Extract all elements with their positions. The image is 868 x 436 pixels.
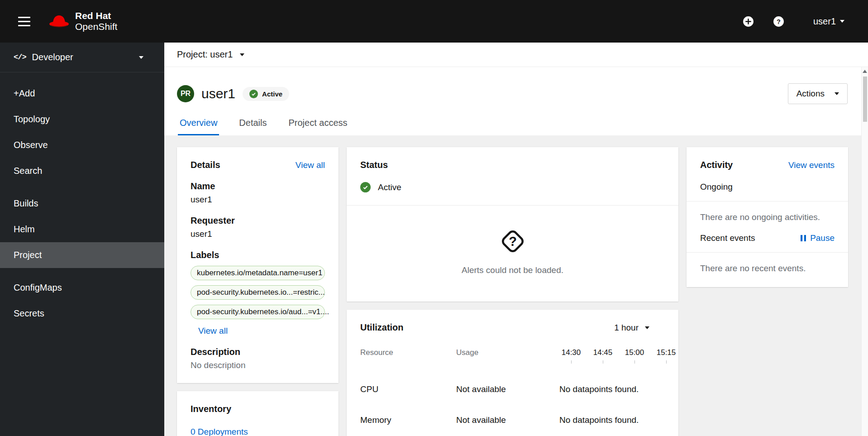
pause-button[interactable]: Pause	[800, 233, 835, 243]
plus-circle-icon	[743, 16, 754, 27]
actions-dropdown[interactable]: Actions	[788, 83, 848, 104]
layout: </> Developer +Add Topology Observe Sear…	[0, 43, 868, 436]
label-chip[interactable]: kubernetes.io/metadata.name=user1	[191, 266, 325, 280]
inventory-card: Inventory 0 Deployments	[177, 391, 339, 436]
overview-content: Details View all Name user1 Requester us…	[164, 135, 861, 436]
details-card-title: Details	[191, 160, 220, 170]
help-button[interactable]: ?	[773, 16, 784, 27]
user-menu-label: user1	[813, 16, 836, 27]
check-circle-icon	[360, 182, 371, 192]
utilization-row-cpu: CPU Not available No datapoints found.	[360, 384, 665, 394]
recent-events-label: Recent events	[700, 233, 755, 243]
sidebar: </> Developer +Add Topology Observe Sear…	[0, 43, 164, 436]
ongoing-section-label: Ongoing	[687, 170, 848, 192]
status-badge: Active	[243, 87, 289, 101]
resource-column-header: Resource	[360, 348, 456, 357]
status-badge-label: Active	[262, 90, 282, 98]
column-right: Activity View events Ongoing There are n…	[687, 147, 848, 295]
project-bar: Project: user1	[164, 43, 868, 67]
question-circle-icon: ?	[773, 16, 784, 27]
labels-view-all-link[interactable]: View all	[198, 326, 228, 336]
redhat-logo-icon	[48, 14, 70, 29]
status-card-title: Status	[360, 160, 665, 170]
activity-card: Activity View events Ongoing There are n…	[687, 147, 848, 287]
main: Project: user1 PR user1 Active Action	[164, 43, 868, 436]
brand-line1: Red Hat	[75, 10, 117, 21]
tab-bar: Overview Details Project access	[164, 104, 861, 135]
alerts-empty-state: ? Alerts could not be loaded.	[347, 206, 678, 302]
page-title: user1	[201, 86, 235, 101]
column-left: Details View all Name user1 Requester us…	[177, 147, 339, 436]
tab-overview[interactable]: Overview	[178, 118, 219, 135]
resource-name: CPU	[360, 384, 456, 394]
name-label: Name	[191, 181, 325, 192]
resource-datapoints: No datapoints found.	[541, 384, 665, 394]
duration-dropdown[interactable]: 1 hour	[614, 323, 649, 333]
actions-dropdown-label: Actions	[796, 89, 825, 99]
scrollbar[interactable]	[861, 67, 868, 436]
svg-text:?: ?	[777, 18, 781, 25]
details-view-all-link[interactable]: View all	[296, 160, 325, 170]
sidebar-item-add[interactable]: +Add	[0, 81, 164, 106]
resource-usage: Not available	[456, 384, 541, 394]
page-scroll-area: PR user1 Active Actions Overview	[164, 67, 868, 436]
utilization-row-memory: Memory Not available No datapoints found…	[360, 415, 665, 425]
label-chips: kubernetes.io/metadata.name=user1 pod-se…	[191, 266, 325, 319]
name-value: user1	[191, 195, 325, 205]
status-active-label: Active	[378, 182, 401, 192]
brand-text: Red Hat OpenShift	[75, 10, 117, 32]
project-selector-label: Project: user1	[177, 49, 233, 60]
nav-group-config: ConfigMaps Secrets	[0, 275, 164, 326]
usage-column-header: Usage	[456, 348, 541, 357]
labels-label: Labels	[191, 250, 325, 260]
project-selector[interactable]: Project: user1	[177, 49, 244, 60]
sidebar-item-configmaps[interactable]: ConfigMaps	[0, 275, 164, 301]
details-card: Details View all Name user1 Requester us…	[177, 147, 339, 383]
scroll-up-arrow-icon[interactable]	[863, 70, 867, 73]
time-tick: 15:00	[623, 348, 646, 364]
time-tick: 14:45	[591, 348, 615, 364]
tab-details[interactable]: Details	[237, 118, 268, 135]
tab-project-access[interactable]: Project access	[287, 118, 349, 135]
view-events-link[interactable]: View events	[788, 160, 835, 170]
sidebar-item-topology[interactable]: Topology	[0, 106, 164, 132]
sidebar-item-secrets[interactable]: Secrets	[0, 301, 164, 326]
page-header: PR user1 Active Actions	[164, 67, 861, 104]
ongoing-empty-message: There are no ongoing activities.	[687, 201, 848, 233]
label-chip[interactable]: pod-security.kubernetes.io...=restric...	[191, 285, 325, 300]
time-tick: 14:30	[559, 348, 583, 364]
resource-usage: Not available	[456, 415, 541, 425]
resource-name: Memory	[360, 415, 456, 425]
status-active-row: Active	[347, 170, 678, 192]
check-circle-icon	[249, 90, 258, 98]
description-label: Description	[191, 347, 325, 357]
sidebar-item-helm[interactable]: Helm	[0, 216, 164, 242]
recent-events-row: Recent events Pause	[687, 233, 848, 243]
nav-group-resources: Builds Helm Project	[0, 191, 164, 268]
scrollbar-thumb[interactable]	[863, 77, 867, 122]
requester-label: Requester	[191, 216, 325, 226]
quick-create-button[interactable]	[743, 16, 754, 27]
alerts-empty-message: Alerts could not be loaded.	[356, 265, 669, 275]
brand: Red Hat OpenShift	[48, 10, 117, 32]
nav-group-developer: +Add Topology Observe Search	[0, 81, 164, 184]
caret-down-icon	[139, 56, 143, 59]
menu-toggle-icon[interactable]	[15, 14, 33, 29]
sidebar-item-search[interactable]: Search	[0, 158, 164, 184]
sidebar-item-observe[interactable]: Observe	[0, 132, 164, 158]
sidebar-item-builds[interactable]: Builds	[0, 191, 164, 216]
caret-down-icon	[835, 92, 839, 95]
unknown-status-icon: ?	[499, 227, 527, 257]
deployments-link[interactable]: 0 Deployments	[191, 427, 248, 436]
duration-dropdown-label: 1 hour	[614, 323, 639, 333]
svg-text:?: ?	[509, 234, 517, 249]
sidebar-item-project[interactable]: Project	[0, 242, 164, 268]
brand-line2: OpenShift	[75, 21, 117, 32]
perspective-switcher[interactable]: </> Developer	[0, 43, 164, 72]
perspective-label: Developer	[32, 52, 73, 62]
label-chip[interactable]: pod-security.kubernetes.io/aud...=v1....	[191, 305, 325, 319]
caret-down-icon	[240, 53, 244, 56]
utilization-card: Utilization 1 hour Resource Usage	[347, 310, 678, 436]
masthead-utilities: ? user1	[743, 16, 844, 27]
user-menu[interactable]: user1	[813, 16, 844, 27]
